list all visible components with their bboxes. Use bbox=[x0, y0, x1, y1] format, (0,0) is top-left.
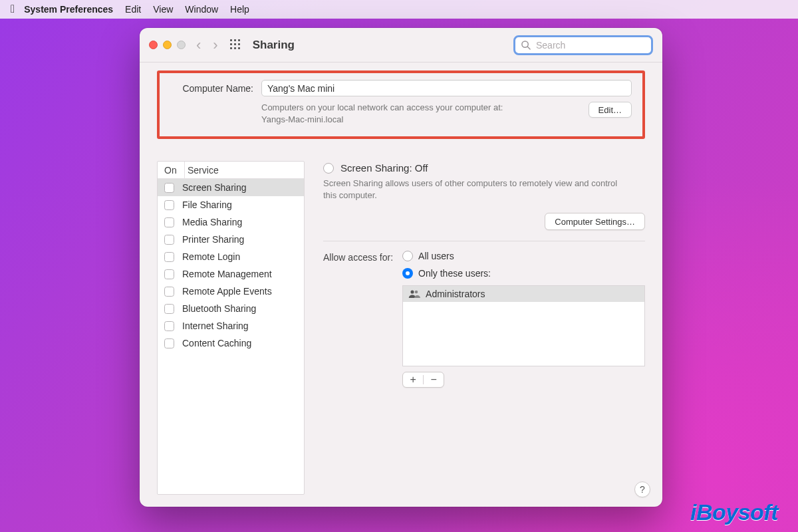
zoom-button bbox=[177, 41, 186, 49]
menu-help[interactable]: Help bbox=[230, 4, 249, 15]
service-enable-radio[interactable] bbox=[323, 163, 334, 174]
service-checkbox[interactable] bbox=[164, 252, 174, 262]
service-checkbox[interactable] bbox=[164, 269, 174, 279]
forward-button: › bbox=[213, 38, 217, 53]
service-label: Media Sharing bbox=[182, 217, 242, 227]
service-row[interactable]: Media Sharing bbox=[158, 213, 304, 231]
service-label: Content Caching bbox=[182, 338, 251, 348]
service-row[interactable]: Bluetooth Sharing bbox=[158, 300, 304, 317]
close-button[interactable] bbox=[149, 41, 158, 49]
service-row[interactable]: Remote Apple Events bbox=[158, 283, 304, 300]
svg-point-3 bbox=[415, 291, 418, 294]
service-row[interactable]: Remote Login bbox=[158, 248, 304, 265]
col-on-header: On bbox=[158, 165, 184, 176]
service-list-header: On Service bbox=[158, 162, 304, 179]
radio-all-users[interactable] bbox=[402, 251, 413, 261]
service-label: Remote Login bbox=[182, 251, 240, 262]
access-all-users[interactable]: All users bbox=[402, 251, 645, 261]
service-label: Remote Management bbox=[182, 269, 272, 279]
menubar-app-name[interactable]: System Preferences bbox=[24, 4, 113, 15]
service-checkbox[interactable] bbox=[164, 200, 174, 210]
back-button[interactable]: ‹ bbox=[196, 38, 201, 53]
computer-name-input[interactable] bbox=[261, 80, 632, 96]
allowed-users-list[interactable]: Administrators bbox=[402, 285, 645, 366]
service-label: Screen Sharing bbox=[182, 182, 247, 193]
service-detail: Screen Sharing: Off Screen Sharing allow… bbox=[323, 161, 645, 495]
service-checkbox[interactable] bbox=[164, 235, 174, 245]
remove-user-button[interactable]: − bbox=[424, 372, 444, 387]
search-field-wrap[interactable] bbox=[513, 35, 653, 55]
service-status-title: Screen Sharing: Off bbox=[340, 162, 428, 174]
service-checkbox[interactable] bbox=[164, 287, 174, 297]
apple-menu-icon[interactable]:  bbox=[11, 3, 15, 16]
svg-line-1 bbox=[527, 47, 530, 49]
divider bbox=[323, 241, 645, 241]
user-row[interactable]: Administrators bbox=[403, 286, 644, 302]
menubar:  System Preferences Edit View Window He… bbox=[0, 0, 798, 19]
service-row[interactable]: Remote Management bbox=[158, 265, 304, 283]
sharing-window: ‹ › Sharing Computer Name: bbox=[140, 28, 662, 507]
help-button[interactable]: ? bbox=[634, 481, 650, 497]
menu-edit[interactable]: Edit bbox=[125, 4, 141, 15]
add-user-button[interactable]: + bbox=[403, 372, 423, 387]
service-checkbox[interactable] bbox=[164, 304, 174, 314]
search-icon bbox=[521, 40, 531, 50]
computer-name-section: Computer Name: Computers on your local n… bbox=[157, 70, 645, 139]
service-checkbox[interactable] bbox=[164, 183, 174, 193]
computer-settings-button[interactable]: Computer Settings… bbox=[545, 213, 645, 230]
computer-name-label: Computer Name: bbox=[170, 83, 253, 94]
service-row[interactable]: Printer Sharing bbox=[158, 231, 304, 248]
edit-hostname-button[interactable]: Edit… bbox=[589, 102, 632, 118]
window-controls bbox=[149, 41, 186, 49]
service-row[interactable]: Content Caching bbox=[158, 334, 304, 352]
access-only-these-users[interactable]: Only these users: bbox=[402, 268, 645, 279]
service-label: File Sharing bbox=[182, 200, 232, 210]
service-row[interactable]: Internet Sharing bbox=[158, 317, 304, 334]
radio-only-these-users[interactable] bbox=[402, 268, 413, 279]
titlebar: ‹ › Sharing bbox=[140, 28, 662, 63]
service-label: Bluetooth Sharing bbox=[182, 303, 256, 314]
user-name: Administrators bbox=[426, 289, 485, 299]
svg-point-2 bbox=[410, 291, 414, 294]
service-checkbox[interactable] bbox=[164, 338, 174, 348]
users-icon bbox=[408, 289, 420, 299]
menu-view[interactable]: View bbox=[153, 4, 173, 15]
service-label: Internet Sharing bbox=[182, 321, 249, 331]
search-input[interactable] bbox=[535, 39, 646, 51]
service-checkbox[interactable] bbox=[164, 217, 174, 227]
allow-access-label: Allow access for: bbox=[323, 252, 393, 263]
service-row[interactable]: File Sharing bbox=[158, 196, 304, 213]
show-all-icon[interactable] bbox=[230, 39, 242, 51]
service-label: Remote Apple Events bbox=[182, 286, 272, 297]
service-description: Screen Sharing allows users of other com… bbox=[323, 178, 629, 201]
service-list: On Service Screen SharingFile SharingMed… bbox=[157, 161, 305, 495]
service-checkbox[interactable] bbox=[164, 321, 174, 331]
col-service-header: Service bbox=[184, 162, 304, 178]
pane-title: Sharing bbox=[253, 39, 513, 52]
minimize-button[interactable] bbox=[163, 41, 172, 49]
computer-name-hint: Computers on your local network can acce… bbox=[261, 102, 579, 125]
service-label: Printer Sharing bbox=[182, 234, 244, 245]
service-row[interactable]: Screen Sharing bbox=[158, 179, 304, 196]
add-remove-control: + − bbox=[402, 372, 444, 388]
watermark: iBoysoft bbox=[690, 499, 778, 525]
nav-buttons: ‹ › bbox=[196, 38, 218, 53]
menu-window[interactable]: Window bbox=[185, 4, 218, 15]
